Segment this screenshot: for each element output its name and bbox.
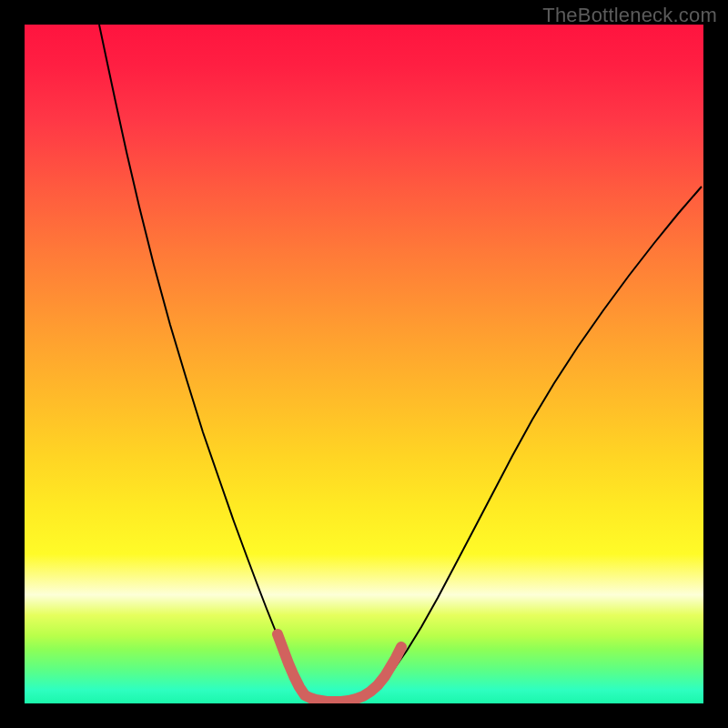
right-curve [338, 187, 702, 702]
chart-frame: TheBottleneck.com [0, 0, 728, 728]
curve-layer [25, 25, 703, 703]
accent-bottom-curve [278, 634, 401, 702]
plot-area [25, 25, 703, 703]
left-curve [99, 25, 338, 702]
watermark-text: TheBottleneck.com [542, 4, 717, 27]
